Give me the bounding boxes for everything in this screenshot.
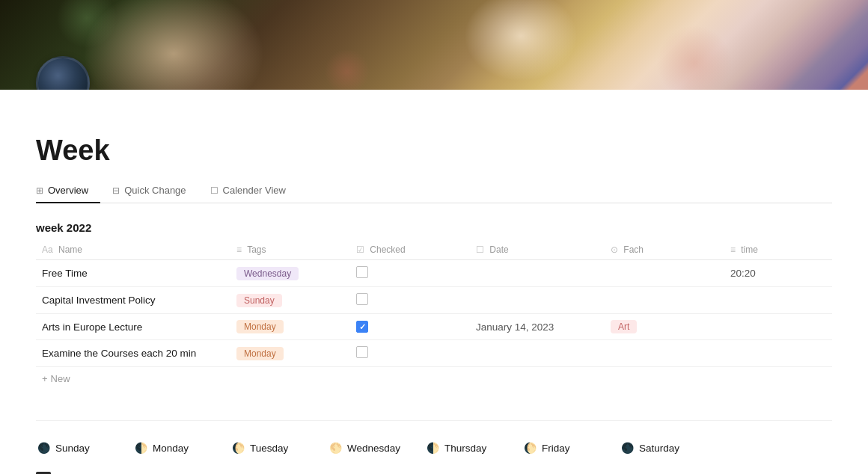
new-row-button[interactable]: + New [36,367,832,390]
footer-bar: 🌑 Sunday 🌓 Monday 🌔 Tuesday 🌕 Wednesday … [36,420,832,474]
tag-2: Monday [236,320,284,333]
cell-date-0 [470,260,605,287]
archiv-row[interactable]: Archiv [36,469,832,474]
header-banner [0,0,868,90]
day-icon-monday: 🌓 [133,440,148,455]
day-icon-tuesday: 🌔 [230,440,245,455]
day-item-monday[interactable]: 🌓 Monday [133,436,230,460]
checkbox-1[interactable] [356,293,368,305]
table-row: Arts in Europe Lecture Monday January 14… [36,314,832,340]
cell-fach-3 [605,340,724,367]
cell-tags-0: Wednesday [230,260,350,287]
tag-1: Sunday [236,294,282,307]
time-col-icon: ≡ [730,244,736,255]
cell-fach-1 [605,287,724,314]
cell-date-1 [470,287,605,314]
checkbox-0[interactable] [356,266,368,278]
cell-checked-3[interactable] [350,340,470,367]
checked-col-icon: ☑ [356,244,364,255]
days-row: 🌑 Sunday 🌓 Monday 🌔 Tuesday 🌕 Wednesday … [36,436,832,460]
overview-icon: ⊞ [36,185,43,196]
cell-time-2 [724,314,832,340]
day-label-wednesday: Wednesday [347,443,400,454]
cell-tags-3: Monday [230,340,350,367]
cell-time-1 [724,287,832,314]
cell-name-1: Capital Investment Policy [36,287,230,314]
name-col-icon: Aa [42,244,53,255]
day-label-friday: Friday [542,443,570,454]
tag-3: Monday [236,347,284,360]
day-label-monday: Monday [153,443,189,454]
col-header-fach: ⊙ Fach [605,240,724,260]
day-item-saturday[interactable]: 🌑 Saturday [620,436,717,460]
day-icon-friday: 🌔 [522,440,537,455]
plus-icon: + [42,373,48,384]
day-label-saturday: Saturday [639,443,679,454]
fach-col-icon: ⊙ [611,244,618,255]
tab-calender-view[interactable]: ☐ Calender View [198,179,298,203]
day-icon-sunday: 🌑 [36,440,51,455]
quick-change-icon: ⊟ [112,185,120,196]
page-icon [36,56,90,90]
col-header-date: ☐ Date [470,240,605,260]
cell-tags-1: Sunday [230,287,350,314]
tabs-bar: ⊞ Overview ⊟ Quick Change ☐ Calender Vie… [36,179,832,203]
tag-0: Wednesday [236,267,299,280]
cell-date-3 [470,340,605,367]
date-col-icon: ☐ [476,244,484,255]
table-row: Capital Investment Policy Sunday [36,287,832,314]
day-label-sunday: Sunday [55,443,90,454]
day-icon-saturday: 🌑 [620,440,635,455]
cell-checked-2[interactable] [350,314,470,340]
day-item-tuesday[interactable]: 🌔 Tuesday [230,436,328,460]
day-label-tuesday: Tuesday [250,443,288,454]
day-item-sunday[interactable]: 🌑 Sunday [36,436,133,460]
checkbox-2[interactable] [356,321,368,333]
col-header-tags: ≡ Tags [230,240,350,260]
cell-name-0: Free Time [36,260,230,287]
day-item-thursday[interactable]: 🌓 Thursday [425,436,522,460]
cell-checked-0[interactable] [350,260,470,287]
fach-tag-2: Art [611,320,637,333]
col-header-time: ≡ time [724,240,832,260]
col-header-checked: ☑ Checked [350,240,470,260]
col-header-name: Aa Name [36,240,230,260]
cell-tags-2: Monday [230,314,350,340]
page-title: Week [36,135,832,167]
cell-date-2: January 14, 2023 [470,314,605,340]
cell-fach-2: Art [605,314,724,340]
calender-icon: ☐ [210,185,218,196]
tab-overview[interactable]: ⊞ Overview [36,179,100,203]
day-icon-wednesday: 🌕 [328,440,343,455]
main-table: Aa Name ≡ Tags ☑ Checked ☐ Date ⊙ Fach [36,240,832,367]
day-item-wednesday[interactable]: 🌕 Wednesday [328,436,425,460]
day-item-friday[interactable]: 🌔 Friday [522,436,620,460]
day-icon-thursday: 🌓 [425,440,440,455]
day-label-thursday: Thursday [444,443,486,454]
cell-time-0: 20:20 [724,260,832,287]
cell-fach-0 [605,260,724,287]
cell-name-2: Arts in Europe Lecture [36,314,230,340]
cell-time-3 [724,340,832,367]
table-row: Examine the Courses each 20 min Monday [36,340,832,367]
cell-checked-1[interactable] [350,287,470,314]
cell-name-3: Examine the Courses each 20 min [36,340,230,367]
section-title: week 2022 [36,221,832,234]
tab-quick-change[interactable]: ⊟ Quick Change [100,179,198,203]
table-row: Free Time Wednesday 20:20 [36,260,832,287]
checkbox-3[interactable] [356,346,368,358]
tags-col-icon: ≡ [236,244,242,255]
